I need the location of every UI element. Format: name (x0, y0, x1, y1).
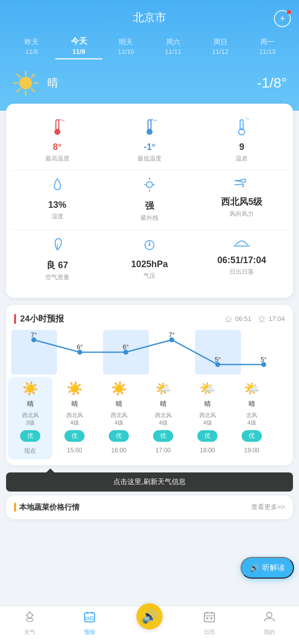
date-tab-4[interactable]: 周日11/12 (197, 35, 244, 58)
nav-item-center[interactable]: 🔊 (120, 610, 180, 636)
svg-line-40 (264, 316, 265, 317)
svg-text:15日: 15日 (85, 616, 95, 621)
detail-icon-3 (50, 176, 64, 197)
date-tab-0[interactable]: 昨天11/8 (8, 35, 55, 58)
forecast-nav-icon: 15日 (83, 610, 96, 626)
detail-value-5: 西北风5级 (221, 196, 262, 208)
section-header: 24小时预报 06:51 (6, 313, 293, 330)
detail-label-2: 温差 (236, 154, 248, 163)
sunrise-time: 06:51 (235, 315, 252, 323)
svg-point-78 (267, 612, 272, 617)
nav-item-forecast[interactable]: 15日 预报 (60, 610, 120, 636)
detail-value-8: 06:51/17:04 (217, 255, 266, 266)
nav-item-weather[interactable]: 天气 (0, 610, 60, 636)
svg-rect-13 (148, 120, 151, 130)
hourly-item-0: ☀️ 晴 西北风3级 优 现在 (8, 377, 52, 459)
temp-chart: 7° 6° 6° 7° 5° 5° (11, 330, 288, 375)
nav-item-profile[interactable]: 我的 (239, 610, 299, 636)
svg-text:max: max (61, 119, 64, 122)
hourly-condition-2: 晴 (116, 399, 122, 409)
detail-label-0: 最高温度 (45, 154, 69, 163)
svg-rect-76 (206, 617, 208, 619)
nav-label-weather: 天气 (24, 628, 35, 636)
svg-text:min: min (154, 119, 157, 122)
hourly-icon-1: ☀️ (66, 381, 83, 396)
detail-card: max 8° 最高温度 min -1° 最低温度 °* 9 温差 13% 湿度 … (6, 104, 293, 298)
city-title: 北京市 (133, 10, 166, 25)
center-speaker-icon: 🔊 (141, 609, 158, 624)
svg-rect-9 (56, 120, 59, 130)
header-top: 北京市 + (8, 10, 291, 31)
hourly-condition-3: 晴 (160, 399, 167, 409)
detail-grid: max 8° 最高温度 min -1° 最低温度 °* 9 温差 13% 湿度 … (11, 113, 288, 289)
svg-text:5°: 5° (214, 356, 220, 363)
svg-line-32 (226, 316, 227, 317)
listen-button[interactable]: 🔊 听解读 (241, 557, 294, 579)
hourly-wind-3: 西北风4级 (155, 412, 172, 427)
weather-nav-icon (23, 610, 36, 626)
hourly-time-1: 15:00 (67, 447, 82, 454)
sunrise-item: 06:51 (224, 314, 252, 324)
svg-line-8 (17, 89, 20, 92)
tooltip-bar[interactable]: 点击这里,刷新天气信息 (6, 472, 293, 492)
sunrise-icon (224, 314, 233, 324)
detail-value-1: -1° (143, 142, 155, 152)
nav-label-profile: 我的 (264, 628, 275, 636)
detail-icon-5 (233, 176, 251, 193)
detail-icon-7 (142, 235, 157, 256)
nav-item-calendar[interactable]: 日历 (179, 610, 239, 636)
sunset-icon (257, 314, 266, 324)
profile-nav-icon (263, 610, 276, 626)
add-button[interactable]: + (274, 10, 291, 27)
svg-text:7°: 7° (169, 331, 175, 339)
hourly-wind-0: 西北风3级 (22, 412, 39, 427)
hourly-time-5: 19:00 (244, 447, 259, 454)
hourly-wind-2: 西北风4级 (111, 412, 127, 427)
date-tab-5[interactable]: 周一11/13 (244, 35, 291, 58)
svg-point-0 (19, 76, 32, 89)
detail-label-7: 气压 (143, 272, 156, 280)
speaker-icon: 🔊 (250, 564, 259, 573)
calendar-nav-icon (203, 610, 216, 626)
hourly-time-2: 16:00 (111, 447, 126, 454)
svg-rect-77 (210, 617, 212, 619)
hourly-badge-5: 优 (242, 430, 262, 442)
hourly-condition-5: 晴 (249, 399, 255, 409)
nav-label-calendar: 日历 (204, 628, 215, 636)
svg-line-5 (17, 74, 20, 77)
hourly-badge-2: 优 (109, 430, 129, 442)
forecast-24h-card: 24小时预报 06:51 (6, 305, 293, 465)
detail-item-3: 13% 湿度 (11, 171, 103, 230)
detail-value-3: 13% (48, 200, 66, 210)
detail-label-8: 日出日落 (230, 268, 254, 276)
hourly-item-3: 🌤️ 晴 西北风4级 优 17:00 (141, 377, 185, 459)
svg-point-28 (148, 244, 151, 246)
date-tab-3[interactable]: 周六11/11 (150, 35, 197, 58)
hourly-condition-0: 晴 (27, 399, 34, 409)
detail-item-8: 06:51/17:04 日出日落 (196, 230, 288, 289)
date-tab-1[interactable]: 今天11/9 (55, 33, 103, 59)
hourly-badge-4: 优 (197, 430, 217, 442)
center-play-button[interactable]: 🔊 (136, 603, 163, 629)
hourly-time-0: 现在 (24, 447, 36, 455)
notification-dot (287, 10, 291, 14)
header: 北京市 + 昨天11/8今天11/9明天11/10周六11/11周日11/12周… (0, 0, 299, 59)
svg-point-37 (260, 316, 264, 320)
svg-text:6°: 6° (123, 343, 129, 351)
hourly-time-3: 17:00 (156, 447, 171, 454)
hourly-item-4: 🌤️ 晴 西北风4级 优 18:00 (185, 377, 230, 459)
hourly-badge-0: 优 (20, 430, 40, 442)
detail-value-4: 强 (145, 200, 154, 212)
temp-range: -1/8° (257, 75, 287, 91)
veg-more[interactable]: 查看更多>> (251, 503, 285, 512)
date-tab-2[interactable]: 明天11/10 (102, 35, 150, 58)
detail-item-6: 良 67 空气质量 (11, 230, 103, 289)
veg-section[interactable]: 本地蔬菜价格行情 查看更多>> (6, 496, 293, 519)
date-tabs: 昨天11/8今天11/9明天11/10周六11/11周日11/12周一11/13 (8, 31, 291, 59)
sun-times: 06:51 17:04 (224, 314, 285, 324)
detail-label-6: 空气质量 (45, 273, 69, 282)
svg-point-10 (54, 129, 60, 135)
listen-label: 听解读 (262, 563, 285, 573)
hourly-icon-0: ☀️ (22, 381, 38, 396)
nav-label-forecast: 预报 (84, 628, 95, 636)
